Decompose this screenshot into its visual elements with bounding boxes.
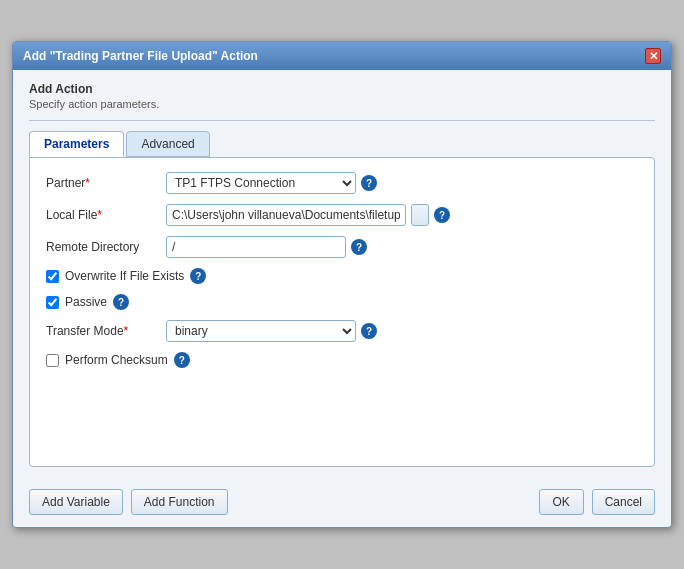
overwrite-checkbox[interactable]: [46, 270, 59, 283]
dialog-body: Add Action Specify action parameters. Pa…: [13, 70, 671, 479]
passive-label: Passive: [65, 295, 107, 309]
close-button[interactable]: ✕: [645, 48, 661, 64]
checksum-help-icon[interactable]: ?: [174, 352, 190, 368]
passive-checkbox[interactable]: [46, 296, 59, 309]
divider: [29, 120, 655, 121]
add-function-button[interactable]: Add Function: [131, 489, 228, 515]
remote-dir-help-icon[interactable]: ?: [351, 239, 367, 255]
partner-help-icon[interactable]: ?: [361, 175, 377, 191]
transfer-mode-row: Transfer Mode* binary ascii ?: [46, 320, 638, 342]
bottom-section: Add Variable Add Function OK Cancel: [13, 479, 671, 527]
section-subtitle: Specify action parameters.: [29, 98, 655, 110]
checksum-checkbox[interactable]: [46, 354, 59, 367]
section-title: Add Action: [29, 82, 655, 96]
remote-dir-input[interactable]: [166, 236, 346, 258]
tab-parameters[interactable]: Parameters: [29, 131, 124, 157]
bottom-left-buttons: Add Variable Add Function: [29, 489, 228, 515]
partner-label: Partner*: [46, 176, 166, 190]
checksum-row: Perform Checksum ?: [46, 352, 638, 368]
checksum-label: Perform Checksum: [65, 353, 168, 367]
tab-advanced[interactable]: Advanced: [126, 131, 209, 157]
add-variable-button[interactable]: Add Variable: [29, 489, 123, 515]
tabs: Parameters Advanced: [29, 131, 655, 157]
remote-dir-row: Remote Directory ?: [46, 236, 638, 258]
overwrite-label: Overwrite If File Exists: [65, 269, 184, 283]
dialog-titlebar: Add "Trading Partner File Upload" Action…: [13, 42, 671, 70]
transfer-mode-control: binary ascii ?: [166, 320, 377, 342]
cancel-button[interactable]: Cancel: [592, 489, 655, 515]
local-file-help-icon[interactable]: ?: [434, 207, 450, 223]
remote-dir-label: Remote Directory: [46, 240, 166, 254]
ok-button[interactable]: OK: [539, 489, 584, 515]
transfer-mode-help-icon[interactable]: ?: [361, 323, 377, 339]
transfer-mode-label: Transfer Mode*: [46, 324, 166, 338]
partner-control: TP1 FTPS Connection ?: [166, 172, 377, 194]
remote-dir-control: ?: [166, 236, 367, 258]
tab-content-parameters: Partner* TP1 FTPS Connection ? Local Fil…: [29, 157, 655, 467]
passive-help-icon[interactable]: ?: [113, 294, 129, 310]
local-file-label: Local File*: [46, 208, 166, 222]
browse-button[interactable]: [411, 204, 429, 226]
bottom-right-buttons: OK Cancel: [539, 489, 655, 515]
overwrite-row: Overwrite If File Exists ?: [46, 268, 638, 284]
partner-row: Partner* TP1 FTPS Connection ?: [46, 172, 638, 194]
transfer-mode-select[interactable]: binary ascii: [166, 320, 356, 342]
local-file-control: ?: [166, 204, 450, 226]
local-file-row: Local File* ?: [46, 204, 638, 226]
passive-row: Passive ?: [46, 294, 638, 310]
partner-select[interactable]: TP1 FTPS Connection: [166, 172, 356, 194]
dialog: Add "Trading Partner File Upload" Action…: [12, 41, 672, 528]
local-file-input[interactable]: [166, 204, 406, 226]
dialog-title: Add "Trading Partner File Upload" Action: [23, 49, 258, 63]
overwrite-help-icon[interactable]: ?: [190, 268, 206, 284]
